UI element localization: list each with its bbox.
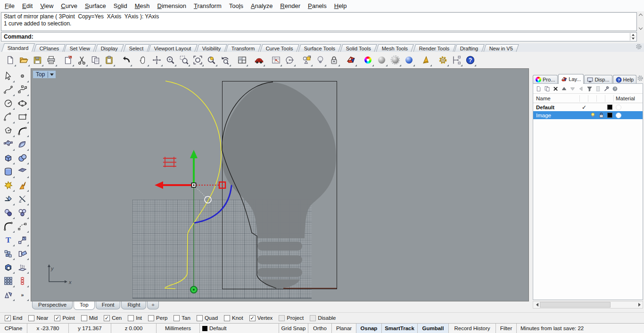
scroll-left-icon[interactable] bbox=[533, 301, 539, 308]
osnap-end-checkbox[interactable]: ✓ bbox=[5, 315, 11, 321]
join-button[interactable] bbox=[1, 206, 15, 219]
render-button[interactable] bbox=[345, 54, 357, 67]
toolbar-tab-standard[interactable]: Standard bbox=[1, 43, 35, 52]
undo-button[interactable] bbox=[120, 54, 132, 67]
command-spinner[interactable] bbox=[630, 33, 636, 41]
rotate-view-button[interactable] bbox=[150, 54, 163, 67]
layer-color-swatch[interactable] bbox=[607, 113, 612, 118]
rectangle-button[interactable] bbox=[16, 111, 29, 123]
osnap-knot[interactable]: Knot bbox=[224, 315, 243, 321]
viewport-tab-right[interactable]: Right bbox=[121, 301, 146, 309]
spinner-down-icon[interactable] bbox=[630, 37, 636, 41]
scale-button[interactable] bbox=[16, 234, 29, 246]
surface-points-button[interactable] bbox=[1, 138, 15, 151]
osnap-vertex[interactable]: ✓Vertex bbox=[249, 315, 273, 321]
new-file-button[interactable] bbox=[4, 54, 17, 67]
trim-button[interactable] bbox=[1, 193, 15, 205]
osnap-cen-checkbox[interactable]: ✓ bbox=[104, 315, 110, 321]
osnap-vertex-checkbox[interactable]: ✓ bbox=[249, 315, 256, 321]
scroll-down-icon[interactable] bbox=[639, 26, 643, 30]
viewport-tab-top[interactable]: Top bbox=[74, 301, 95, 310]
osnap-disable[interactable]: Disable bbox=[310, 315, 336, 321]
paste-button[interactable] bbox=[103, 54, 116, 67]
panel-tab-lay[interactable]: Lay... bbox=[558, 74, 584, 84]
osnap-int[interactable]: Int bbox=[128, 315, 142, 321]
status-gumball[interactable]: Gumball bbox=[418, 324, 449, 333]
help-button[interactable]: ? bbox=[464, 54, 477, 67]
save-button[interactable] bbox=[31, 54, 44, 67]
toolbar-tab-new-in-v5[interactable]: New in V5 bbox=[483, 44, 519, 52]
zoom-extents-button[interactable] bbox=[205, 54, 218, 67]
select-button[interactable] bbox=[1, 70, 15, 82]
menu-mesh[interactable]: Mesh bbox=[131, 1, 154, 11]
explode-button[interactable] bbox=[16, 179, 29, 192]
osnap-near[interactable]: Near bbox=[28, 315, 48, 321]
osnap-point[interactable]: ✓Point bbox=[54, 315, 74, 321]
named-view-button[interactable] bbox=[270, 54, 282, 67]
zoom-selected-button[interactable] bbox=[191, 54, 204, 67]
mesh-button[interactable] bbox=[16, 165, 29, 178]
osnap-perp[interactable]: Perp bbox=[148, 315, 167, 321]
layer-lock-toggle[interactable] bbox=[597, 104, 605, 111]
arc-button[interactable] bbox=[1, 111, 15, 123]
lock-button[interactable] bbox=[328, 54, 340, 67]
menu-analyze[interactable]: Analyze bbox=[247, 1, 276, 11]
shaded-viewport-button[interactable] bbox=[375, 54, 388, 67]
text-button[interactable]: T bbox=[1, 234, 15, 246]
copy-objects-button[interactable] bbox=[1, 247, 15, 260]
box-button[interactable] bbox=[1, 152, 15, 164]
options-gear-button[interactable] bbox=[437, 54, 449, 67]
toolbar-tab-visibility[interactable]: Visibility bbox=[196, 44, 227, 52]
toolbar-tab-render-tools[interactable]: Render Tools bbox=[413, 44, 455, 52]
sphere-button[interactable] bbox=[16, 152, 29, 164]
toolbar-tab-solid-tools[interactable]: Solid Tools bbox=[340, 44, 377, 52]
panel-h-scrollbar[interactable] bbox=[533, 301, 643, 309]
status-cplane[interactable]: CPlane bbox=[0, 324, 27, 333]
viewport-menu-arrow-icon[interactable] bbox=[50, 73, 54, 78]
layer-visibility-toggle[interactable] bbox=[588, 112, 597, 119]
zoom-window-button[interactable] bbox=[178, 54, 190, 67]
toolbar-tab-surface-tools[interactable]: Surface Tools bbox=[298, 44, 341, 52]
osnap-quad-checkbox[interactable] bbox=[197, 315, 203, 321]
circle-button[interactable] bbox=[1, 97, 15, 110]
status-default[interactable]: Default bbox=[200, 324, 279, 333]
scroll-right-icon[interactable] bbox=[637, 301, 643, 308]
menu-transform[interactable]: Transform bbox=[190, 1, 225, 11]
print-button[interactable] bbox=[45, 54, 58, 67]
command-history-scrollbar[interactable] bbox=[638, 12, 644, 31]
bulb-thread-2[interactable] bbox=[257, 255, 302, 264]
menu-help[interactable]: Help bbox=[330, 1, 351, 11]
layer-color-swatch[interactable] bbox=[607, 105, 612, 110]
layer-row-image[interactable]: Image bbox=[533, 111, 643, 119]
osnap-quad[interactable]: Quad bbox=[197, 315, 218, 321]
copy-button[interactable] bbox=[89, 54, 102, 67]
car-button[interactable] bbox=[253, 54, 265, 67]
viewport-tab-front[interactable]: Front bbox=[96, 301, 121, 309]
cplane-button[interactable] bbox=[283, 54, 296, 67]
polygon-button[interactable] bbox=[1, 124, 15, 137]
new-viewport-tab[interactable]: + bbox=[147, 301, 159, 309]
scroll-thumb[interactable] bbox=[540, 302, 611, 308]
status-record-history[interactable]: Record History bbox=[449, 324, 496, 333]
menu-curve[interactable]: Curve bbox=[57, 1, 81, 11]
split-button[interactable] bbox=[16, 193, 29, 205]
rotate-button[interactable] bbox=[16, 247, 29, 260]
viewport-top[interactable]: Top bbox=[31, 68, 529, 301]
status-filter[interactable]: Filter bbox=[496, 324, 517, 333]
menu-tools[interactable]: Tools bbox=[225, 1, 247, 11]
color-wheel-button[interactable] bbox=[362, 54, 374, 67]
fillet-button[interactable] bbox=[1, 220, 15, 233]
panel-tab-help[interactable]: ?Help bbox=[613, 75, 637, 84]
osnap-point-checkbox[interactable]: ✓ bbox=[54, 315, 60, 321]
cylinder-button[interactable] bbox=[1, 165, 15, 178]
open-file-button[interactable] bbox=[17, 54, 30, 67]
cone-button[interactable] bbox=[420, 54, 432, 67]
gumball-x-arrowhead-icon[interactable] bbox=[155, 181, 163, 189]
osnap-tan[interactable]: Tan bbox=[173, 315, 190, 321]
duplicate-layer-button[interactable] bbox=[543, 85, 551, 93]
menu-dimension[interactable]: Dimension bbox=[154, 1, 190, 11]
layer-visibility-toggle[interactable] bbox=[588, 104, 597, 111]
tab-options-gear-icon[interactable] bbox=[636, 43, 642, 52]
control-curve-button[interactable] bbox=[16, 83, 29, 96]
help-circle-button[interactable]: ? bbox=[611, 85, 619, 93]
